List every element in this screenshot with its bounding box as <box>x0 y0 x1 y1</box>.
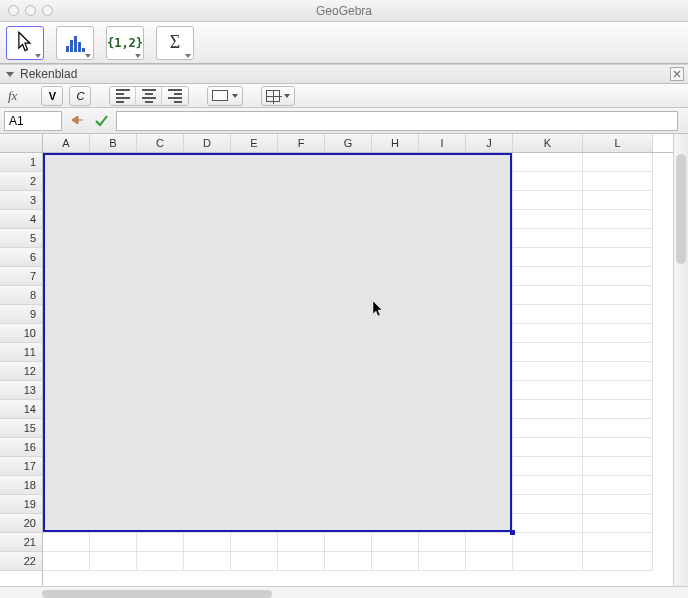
column-header[interactable]: G <box>325 134 372 152</box>
cell[interactable] <box>90 381 137 400</box>
align-right-button[interactable] <box>162 87 188 105</box>
close-window-button[interactable] <box>8 5 19 16</box>
cell[interactable] <box>419 381 466 400</box>
cell[interactable] <box>137 400 184 419</box>
column-header[interactable]: B <box>90 134 137 152</box>
cell[interactable] <box>278 172 325 191</box>
cell[interactable] <box>278 248 325 267</box>
row-header[interactable]: 11 <box>0 343 42 362</box>
cancel-formula-button[interactable] <box>68 112 86 130</box>
cell[interactable] <box>43 495 90 514</box>
cell[interactable] <box>43 229 90 248</box>
cell[interactable] <box>513 381 583 400</box>
cell[interactable] <box>137 229 184 248</box>
cell[interactable] <box>43 438 90 457</box>
cell[interactable] <box>513 153 583 172</box>
cell[interactable] <box>43 476 90 495</box>
cell[interactable] <box>419 210 466 229</box>
cell[interactable] <box>513 267 583 286</box>
cell[interactable] <box>466 381 513 400</box>
cell[interactable] <box>325 172 372 191</box>
cell[interactable] <box>325 343 372 362</box>
cell[interactable] <box>466 305 513 324</box>
cell[interactable] <box>137 476 184 495</box>
cell[interactable] <box>90 438 137 457</box>
cell[interactable] <box>137 191 184 210</box>
cell[interactable] <box>419 400 466 419</box>
row-header[interactable]: 14 <box>0 400 42 419</box>
cell[interactable] <box>278 153 325 172</box>
cell[interactable] <box>231 495 278 514</box>
cell[interactable] <box>372 248 419 267</box>
cell[interactable] <box>325 305 372 324</box>
list-tool-button[interactable]: {1,2} <box>106 26 144 60</box>
cell[interactable] <box>231 248 278 267</box>
cell[interactable] <box>583 533 653 552</box>
vertical-scrollbar[interactable] <box>673 134 688 586</box>
selection-handle[interactable] <box>510 530 515 535</box>
cell[interactable] <box>184 381 231 400</box>
cell[interactable] <box>419 438 466 457</box>
column-header[interactable]: F <box>278 134 325 152</box>
cell[interactable] <box>184 419 231 438</box>
cell[interactable] <box>372 476 419 495</box>
cell[interactable] <box>278 438 325 457</box>
cell[interactable] <box>90 229 137 248</box>
cell[interactable] <box>513 419 583 438</box>
cell[interactable] <box>43 153 90 172</box>
row-header[interactable]: 3 <box>0 191 42 210</box>
cell[interactable] <box>43 400 90 419</box>
cell[interactable] <box>419 248 466 267</box>
cell[interactable] <box>325 362 372 381</box>
accept-formula-button[interactable] <box>92 112 110 130</box>
cell[interactable] <box>513 362 583 381</box>
cell[interactable] <box>513 286 583 305</box>
row-header[interactable]: 2 <box>0 172 42 191</box>
cell[interactable] <box>583 400 653 419</box>
cell[interactable] <box>583 381 653 400</box>
cell[interactable] <box>583 419 653 438</box>
cell[interactable] <box>419 362 466 381</box>
cell[interactable] <box>231 476 278 495</box>
cell[interactable] <box>583 343 653 362</box>
cell[interactable] <box>137 210 184 229</box>
column-header[interactable]: L <box>583 134 653 152</box>
cell[interactable] <box>372 229 419 248</box>
cell[interactable] <box>184 476 231 495</box>
cell[interactable] <box>137 286 184 305</box>
cell[interactable] <box>90 248 137 267</box>
cell[interactable] <box>325 419 372 438</box>
cell[interactable] <box>184 343 231 362</box>
cell[interactable] <box>184 362 231 381</box>
cell[interactable] <box>372 191 419 210</box>
cell[interactable] <box>513 324 583 343</box>
column-header[interactable]: C <box>137 134 184 152</box>
cell[interactable] <box>466 286 513 305</box>
cell[interactable] <box>278 305 325 324</box>
cell[interactable] <box>583 248 653 267</box>
cell[interactable] <box>466 248 513 267</box>
row-header[interactable]: 19 <box>0 495 42 514</box>
row-header[interactable]: 18 <box>0 476 42 495</box>
cell[interactable] <box>583 267 653 286</box>
cell[interactable] <box>419 229 466 248</box>
cell[interactable] <box>43 248 90 267</box>
cell[interactable] <box>419 305 466 324</box>
cell[interactable] <box>90 153 137 172</box>
cell[interactable] <box>278 343 325 362</box>
cell[interactable] <box>583 476 653 495</box>
column-header[interactable]: D <box>184 134 231 152</box>
cell[interactable] <box>90 362 137 381</box>
cell[interactable] <box>372 210 419 229</box>
cell[interactable] <box>184 172 231 191</box>
cell[interactable] <box>184 191 231 210</box>
row-header[interactable]: 8 <box>0 286 42 305</box>
analysis-tool-button[interactable] <box>56 26 94 60</box>
scrollbar-thumb[interactable] <box>676 154 686 264</box>
cell[interactable] <box>513 476 583 495</box>
cell[interactable] <box>90 191 137 210</box>
cell[interactable] <box>372 400 419 419</box>
row-header[interactable]: 4 <box>0 210 42 229</box>
cell[interactable] <box>137 419 184 438</box>
row-header[interactable]: 22 <box>0 552 42 571</box>
